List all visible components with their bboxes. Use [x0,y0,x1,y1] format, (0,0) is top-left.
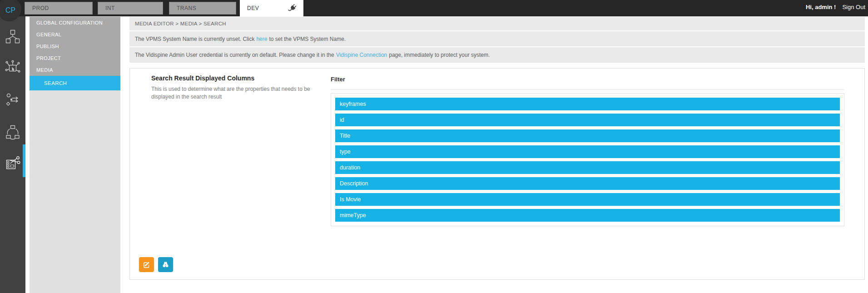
binoculars-icon [162,261,169,268]
tab-trans[interactable]: TRANS [169,2,236,15]
sidebar: GLOBAL CONFIGURATION GENERAL PUBLISH PRO… [30,17,120,293]
filter-divider [331,89,844,90]
notice-vpms-text: The VPMS System Name is currently unset.… [135,36,254,42]
sidebar-group: GLOBAL CONFIGURATION GENERAL PUBLISH PRO… [30,17,120,76]
edit-button[interactable] [139,257,154,272]
find-button[interactable] [158,257,173,272]
content-panel: Search Result Displayed Columns This is … [129,68,865,280]
edit-icon [143,261,150,268]
filter-item-id[interactable]: id [335,114,840,126]
sidebar-item-media[interactable]: MEDIA [30,64,120,76]
top-bar: PROD INT TRANS DEV Hi, admin ! Sign Out [0,0,868,16]
tab-dev-label: DEV [247,5,259,11]
filter-list: keyframes id Title type duration Descrip… [331,93,844,226]
sidebar-item-general[interactable]: GENERAL [30,29,120,40]
active-rail-indicator [23,144,25,177]
filter-item-duration[interactable]: duration [335,161,840,174]
sign-out-link[interactable]: Sign Out [842,4,865,10]
interaction-icon[interactable] [5,60,20,75]
notice-vidispine: The Vidispine Admin User credential is c… [129,47,865,63]
tab-prod[interactable]: PROD [25,2,93,15]
notice-vpms-text-post: to set the VPMS System Name. [269,36,346,42]
filter-item-description[interactable]: Description [335,177,840,190]
workflow-icon[interactable] [5,92,20,107]
notice-vpms: The VPMS System Name is currently unset.… [129,31,865,46]
plug-icon [288,4,297,13]
sidebar-item-global-configuration[interactable]: GLOBAL CONFIGURATION [30,17,120,29]
sidebar-item-publish[interactable]: PUBLISH [30,40,120,52]
vpms-here-link[interactable]: here [256,36,267,42]
filter-item-keyframes[interactable]: keyframes [335,98,840,110]
filter-label: Filter [331,76,345,83]
notice-vidispine-text: The Vidispine Admin User credential is c… [135,52,334,58]
sidebar-item-project[interactable]: PROJECT [30,52,120,64]
filter-item-title[interactable]: Title [335,129,840,142]
media-editor-icon[interactable] [5,155,20,171]
cp-logo-text: CP [3,4,15,15]
breadcrumb: MEDIA EDITOR > MEDIA > SEARCH [129,17,865,30]
section-description: This is used to determine what are the p… [151,85,318,101]
filter-item-is-movie[interactable]: Is Movie [335,193,840,206]
vidispine-connection-link[interactable]: Vidispine Connection [336,52,387,58]
icon-rail [0,0,25,293]
tab-int[interactable]: INT [98,2,163,15]
filter-item-mimetype[interactable]: mimeType [335,209,840,222]
modules-icon[interactable] [5,29,20,45]
app-window: PROD INT TRANS DEV Hi, admin ! Sign Out [0,0,868,293]
user-greeting: Hi, admin ! [806,4,836,10]
section-title: Search Result Displayed Columns [151,74,254,82]
filter-item-type[interactable]: type [335,145,840,158]
notice-vidispine-text-post: page, immediately to protect your system… [389,52,490,58]
sidebar-item-search-active[interactable]: SEARCH [30,76,120,90]
distribution-icon[interactable] [5,124,20,140]
tab-dev[interactable]: DEV [240,0,303,16]
user-area: Hi, admin ! Sign Out [806,0,865,16]
